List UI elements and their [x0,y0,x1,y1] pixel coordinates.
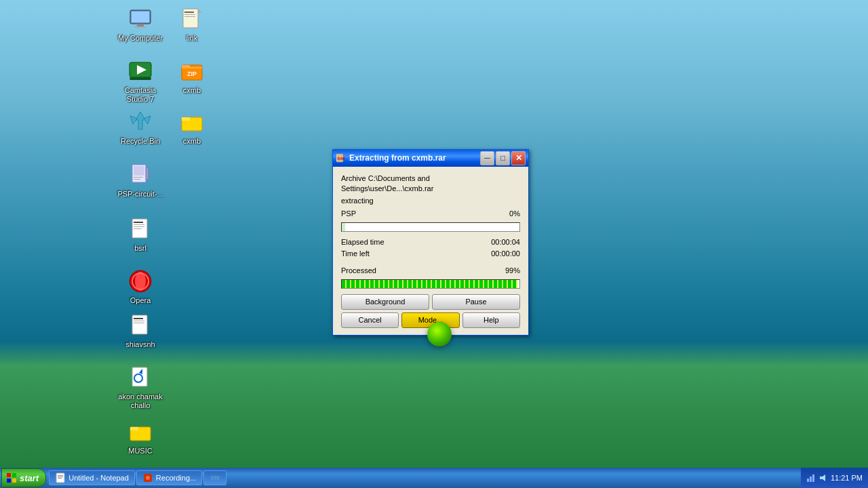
notepad-label: Untitled - Notepad [68,474,129,482]
pause-button[interactable]: Pause [432,294,520,310]
svg-rect-27 [134,228,142,229]
taskbar-item-snake[interactable] [203,470,226,485]
dialog-window: RAR Extracting from cxmb.rar ─ □ ✕ Archi… [332,149,529,336]
snake-icon [210,472,220,483]
svg-rect-6 [184,14,195,15]
processed-label: Processed [341,266,376,276]
elapsed-label: Elapsed time [341,237,384,247]
desktop-icon-opera[interactable]: Opera [117,268,164,305]
music-label: MUSIC [128,447,152,455]
svg-text:ZIP: ZIP [187,70,197,77]
svg-rect-25 [134,224,144,225]
taskbar-items: Untitled - Notepad Recording... [46,468,801,488]
svg-rect-1 [132,12,149,22]
cancel-button[interactable]: Cancel [341,312,399,328]
bsrl-icon [127,216,154,243]
desktop-icon-my-computer[interactable]: My Computer [117,5,164,43]
my-computer-label: My Computer [118,34,163,43]
svg-rect-49 [58,478,62,479]
desktop-icon-recycle[interactable]: Recycle Bin [117,108,164,146]
svg-rect-58 [812,474,814,482]
taskbar: start Untitled - Notepad Recording... [0,468,868,488]
cxmb2-label: cxmb [183,137,201,146]
svg-rect-21 [134,179,140,180]
svg-rect-22 [146,167,149,180]
svg-marker-59 [820,474,825,481]
processed-section: Processed 99% [341,266,520,288]
shiavsnh-label: shiavsnh [125,340,155,349]
processed-row: Processed 99% [341,266,520,277]
svg-rect-2 [137,24,144,26]
file-progress-bar-container [341,222,520,232]
opera-icon [127,268,154,295]
winrar-icon: RAR [336,152,347,163]
start-button[interactable]: start [1,468,46,487]
recording-label: Recording... [156,474,196,482]
link-label: link [186,34,198,43]
svg-rect-38 [130,427,138,430]
svg-rect-26 [134,226,144,227]
desktop-icon-camtasia[interactable]: Camtasia Studio 7 [117,58,164,104]
cxmb1-icon: ZIP [178,58,205,85]
timeleft-label: Time left [341,249,370,259]
svg-rect-33 [134,321,144,321]
minimize-button[interactable]: ─ [480,151,494,165]
svg-rect-42 [7,473,11,477]
camtasia-label: Camtasia Studio 7 [117,86,164,104]
svg-rect-56 [807,479,809,482]
timeleft-row: Time left 00:00:00 [341,249,520,260]
svg-marker-8 [198,9,202,13]
processed-progress-bar [342,280,517,288]
shiavsnh-icon [127,312,154,339]
start-label: start [20,473,39,483]
svg-rect-7 [184,16,195,17]
svg-rect-45 [12,479,16,483]
help-button[interactable]: Help [462,312,520,328]
cursor-ball [427,322,452,346]
desktop-icon-shiavsnh[interactable]: shiavsnh [117,312,164,349]
close-button[interactable]: ✕ [511,151,526,165]
desktop-icon-cxmb2[interactable]: cxmb [168,108,216,146]
file-percent: 0% [509,209,520,219]
windows-logo-icon [6,472,17,483]
cxmb1-label: cxmb [183,86,201,95]
recording-icon [142,472,153,483]
desktop-icon-psp[interactable]: PSP-circuit-... [117,161,164,199]
svg-rect-17 [182,117,190,121]
svg-rect-14 [182,65,190,68]
dialog-body: Archive C:\Documents and Settings\user\D… [333,167,528,335]
dialog-titlebar[interactable]: RAR Extracting from cxmb.rar ─ □ ✕ [333,149,528,167]
svg-rect-44 [7,479,11,483]
camtasia-icon [127,58,154,85]
desktop-icon-bsrl[interactable]: bsrl [117,216,164,253]
archive-path: Archive C:\Documents and Settings\user\D… [341,174,520,195]
maximize-button[interactable]: □ [496,151,510,165]
processed-progress-bar-container [341,279,520,289]
volume-icon [818,473,828,483]
link-icon [178,5,205,33]
desktop-icon-link[interactable]: link [168,5,216,43]
music-icon [127,418,154,445]
time-section: Elapsed time 00:00:04 Time left 00:00:00 [341,237,520,261]
filename-label: PSP [341,209,356,219]
background-button[interactable]: Background [341,294,429,310]
file-progress-bar [342,223,345,231]
systray: 11:21 PM [801,468,868,488]
elapsed-value: 00:00:04 [491,237,520,247]
opera-label: Opera [130,296,151,305]
dialog-status: extracting [341,196,520,206]
desktop-icon-music[interactable]: MUSIC [117,418,164,455]
psp-label: PSP-circuit-... [117,190,163,199]
network-icon [806,473,816,483]
cxmb2-icon [178,108,205,136]
timeleft-value: 00:00:00 [491,249,520,259]
svg-point-51 [146,476,150,480]
desktop-icon-cxmb1[interactable]: ZIP cxmb [168,58,216,95]
my-computer-icon [127,5,154,33]
file-progress-row: PSP 0% [341,209,520,220]
taskbar-item-recording[interactable]: Recording... [136,470,202,485]
svg-rect-24 [134,222,143,223]
desktop-icon-akon[interactable]: akon chamak challo [117,364,164,410]
processed-percent: 99% [505,266,520,276]
taskbar-item-notepad[interactable]: Untitled - Notepad [49,470,135,485]
